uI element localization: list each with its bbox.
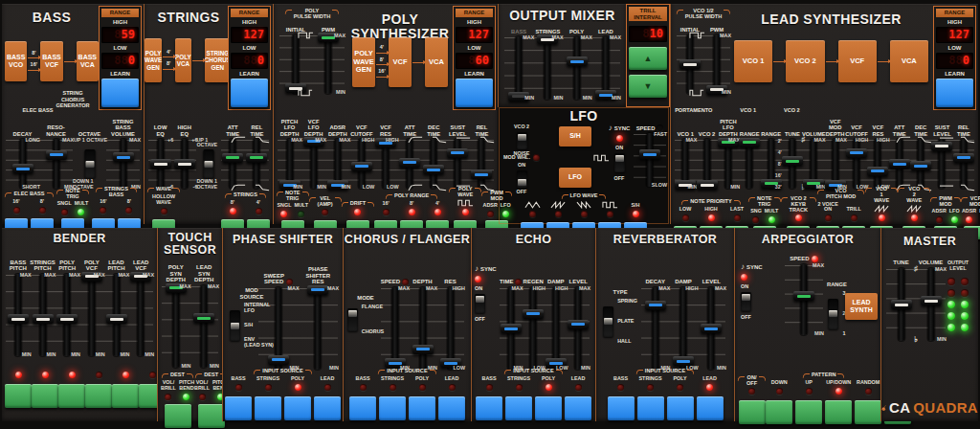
sust-level-slider[interactable]: SUST LEVEL (931, 116, 952, 189)
damp-slider[interactable]: DAMPHIGHLOW (669, 266, 697, 370)
rel-time-slider-handle[interactable] (471, 169, 492, 179)
poly-input-button[interactable] (535, 396, 562, 420)
lead-syn-depth-slider-handle[interactable] (193, 313, 214, 323)
speed-slider[interactable]: SPEEDMAXMIN (785, 251, 823, 335)
strings-slider[interactable]: STRINGSMAXMIN (533, 25, 562, 100)
learn-button[interactable] (101, 79, 139, 107)
octave-switch[interactable]: OCTAVEUP 1 OCTAVEDOWN 1 OCTAVE (73, 116, 106, 189)
poly-syn-depth-slider[interactable]: POLY SYN DEPTHMAXMIN (162, 264, 190, 368)
pwm-slider[interactable]: PWMMAXMIN (703, 21, 730, 94)
initial-slider-handle[interactable] (679, 59, 701, 69)
level-slider[interactable]: LEVELMAXMIN (568, 266, 590, 370)
panel-button[interactable] (58, 384, 85, 408)
bass-input-button[interactable] (476, 396, 502, 420)
string-bass-volume-slider-handle[interactable] (113, 152, 134, 162)
type-switch[interactable] (603, 306, 613, 337)
sync-switch[interactable] (614, 153, 625, 172)
flange-option[interactable]: FLANGE (362, 305, 384, 310)
bass-slider[interactable]: BASSMAXMIN (504, 25, 533, 100)
bass-input-button[interactable] (608, 396, 635, 420)
res-slider[interactable]: RESHIGHLOW (436, 266, 464, 370)
level-slider-handle[interactable] (568, 320, 589, 329)
lead-vcf-slider[interactable]: LEAD VCFMAXMIN (128, 253, 153, 356)
lead-input-button[interactable] (697, 396, 724, 420)
decay-slider-handle[interactable] (645, 301, 666, 310)
learn-button[interactable] (936, 79, 973, 107)
range-slider[interactable]: RANGE2'4'8'16'32' (760, 116, 781, 189)
dec-time-slider-handle[interactable] (423, 165, 444, 174)
level-slider-handle[interactable] (701, 324, 722, 333)
vcf-res-slider[interactable]: VCF RESHIGHLOW (867, 116, 888, 189)
sync-switch[interactable] (741, 292, 751, 311)
tune-slider[interactable]: TUNE♯♭ (782, 116, 803, 189)
learn-button[interactable] (456, 79, 493, 107)
lead-slider[interactable]: LEADMAXMIN (591, 25, 620, 100)
strings-pitch-slider-handle[interactable] (33, 314, 54, 324)
att-time-slider[interactable]: ATT TIME (398, 116, 422, 189)
reso-nance-slider-handle[interactable] (46, 150, 67, 160)
down-button[interactable] (766, 400, 792, 424)
up-down-button[interactable] (825, 400, 852, 424)
up-button[interactable] (795, 400, 822, 424)
bass-pitch-slider-handle[interactable] (8, 314, 29, 324)
phase-shifter-res-slider[interactable]: PHASE SHIFTER RESMAXMIN (299, 266, 339, 370)
phase-shifter-res-slider-handle[interactable] (307, 285, 328, 295)
strings-input-button[interactable] (255, 396, 281, 420)
panel-button[interactable] (32, 384, 58, 408)
bass-input-button[interactable] (225, 396, 252, 420)
lead-input-button[interactable] (314, 396, 341, 420)
poly-pitch-slider[interactable]: POLY PITCHMAXMIN (55, 253, 79, 356)
lead-input-button[interactable] (565, 396, 591, 420)
att-time-slider[interactable]: ATT TIME (889, 116, 910, 189)
low-eq-slider[interactable]: LOW EQ+6-6 (148, 116, 172, 189)
lfo-source-switch[interactable] (517, 132, 527, 149)
decay-slider[interactable]: DECAYLONGSHORT (6, 116, 39, 189)
range-slider[interactable]: RANGE (739, 116, 760, 189)
vco-2-slider[interactable]: VCO 2 (696, 116, 717, 189)
high-eq-slider-handle[interactable] (174, 159, 195, 169)
vcf-cutoff-slider-handle[interactable] (351, 162, 372, 171)
vcf-res-slider-handle[interactable] (867, 167, 888, 176)
pitch-lfo-depth-slider[interactable]: PITCH LFO DEPTHMAXMIN (718, 116, 739, 189)
initial-slider[interactable]: INITIAL (279, 21, 312, 94)
dec-time-slider-handle[interactable] (910, 161, 931, 170)
plate-option[interactable]: PLATE (617, 319, 637, 325)
dec-time-slider[interactable]: DEC TIME (422, 116, 446, 189)
octave-switch[interactable] (84, 149, 95, 178)
rel-time-slider[interactable]: REL TIME (245, 116, 269, 189)
slider-switch[interactable] (204, 149, 214, 178)
initial-slider[interactable]: INITIAL (677, 21, 703, 94)
att-time-slider-handle[interactable] (399, 158, 420, 168)
trill-up-button[interactable]: ▲ (629, 47, 667, 70)
vcf-lfo-depth-slider[interactable]: VCF LFO DEPTHMAXMIN (301, 116, 325, 189)
dec-time-slider[interactable]: DEC TIME (910, 116, 931, 189)
hall-option[interactable]: HALL (617, 339, 637, 345)
volume-slider-handle[interactable] (921, 296, 942, 305)
rel-time-slider[interactable]: REL TIME (470, 116, 494, 189)
strings-input-button[interactable] (379, 396, 406, 420)
poly-vcf-slider[interactable]: POLY VCFMAXMIN (79, 253, 104, 356)
high-eq-slider[interactable]: HIGH EQ+6-6 (172, 116, 196, 189)
regen-slider[interactable]: REGENHIGHLOW (523, 266, 546, 370)
speed-slider-handle[interactable] (793, 291, 814, 301)
lead-syn-depth-slider[interactable]: LEAD SYN DEPTHMAXMIN (190, 264, 219, 368)
dest-button[interactable] (198, 404, 225, 428)
depth-slider[interactable]: DEPTHMAXMIN (409, 266, 436, 370)
random-button[interactable] (855, 400, 881, 424)
decay-slider[interactable]: DECAYMAXMIN (641, 266, 669, 370)
panel-button[interactable] (5, 384, 32, 408)
sust-level-slider[interactable]: SUST LEVEL (446, 116, 470, 189)
speed-slider-handle[interactable] (639, 149, 660, 159)
strings-input-button[interactable] (505, 396, 532, 420)
dest-button[interactable] (165, 404, 191, 428)
poly-input-button[interactable] (284, 396, 311, 420)
regen-slider-handle[interactable] (523, 309, 544, 319)
volume-slider[interactable]: VOLUMEMAXMIN (803, 116, 824, 189)
rel-time-slider-handle[interactable] (953, 153, 974, 163)
rel-time-slider-handle[interactable] (246, 153, 267, 163)
speed-slider[interactable]: SPEEDFASTSLOW (634, 122, 666, 187)
panel-button[interactable] (85, 384, 112, 408)
vco-1-slider[interactable]: VCO 1MAXMIN (675, 116, 696, 189)
sync-switch[interactable] (475, 294, 485, 313)
vcf-res-slider[interactable]: VCF RESHIGHLOW (373, 116, 397, 189)
